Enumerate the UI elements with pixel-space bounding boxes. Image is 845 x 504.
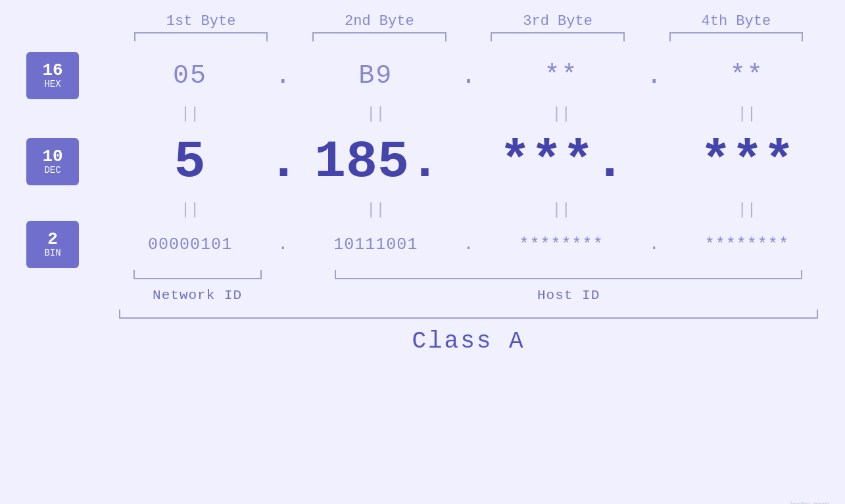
hex-base-label: HEX <box>44 79 60 90</box>
byte3-top-bracket <box>469 32 647 47</box>
bin-badge: 2 BIN <box>26 221 79 268</box>
hex-val-2: B9 <box>297 61 454 91</box>
byte1-bot-bracket <box>112 270 283 282</box>
network-id-label: Network ID <box>112 288 283 303</box>
host-id-label: Host ID <box>312 288 825 303</box>
bin-dot-3: . <box>640 235 669 254</box>
big-bracket-row <box>0 309 845 324</box>
hex-val-3: ** <box>483 61 640 91</box>
byte-1-header: 1st Byte <box>112 13 290 30</box>
hex-row: 16 HEX 05 . B9 . ** . ** <box>0 49 845 102</box>
eq-2-3: || <box>483 201 640 219</box>
top-brackets <box>0 32 845 47</box>
dec-base-label: DEC <box>44 165 60 176</box>
bin-val-1: 00000101 <box>112 235 268 254</box>
class-label-row: Class A <box>0 328 845 355</box>
class-label: Class A <box>412 328 525 355</box>
eq-1-4: || <box>669 105 825 123</box>
eq-1-3: || <box>483 105 640 123</box>
bin-val-3: ******** <box>483 235 640 254</box>
bin-dot-1: . <box>268 235 297 254</box>
dec-base-num: 10 <box>42 148 62 165</box>
bin-base-label: BIN <box>44 248 60 259</box>
byte-3-header: 3rd Byte <box>469 13 647 30</box>
dec-val-3: ***. <box>485 132 640 192</box>
byte4-top-bracket <box>647 32 825 47</box>
bin-row: 2 BIN 00000101 . 10111001 . ******** . *… <box>0 221 845 267</box>
byte-2-header: 2nd Byte <box>290 13 468 30</box>
byte-4-header: 4th Byte <box>647 13 825 30</box>
bin-val-4: ******** <box>669 235 825 254</box>
eq-1-1: || <box>112 105 268 123</box>
byte-headers: 1st Byte 2nd Byte 3rd Byte 4th Byte <box>0 13 845 30</box>
dec-row: 10 DEC 5 . 185. ***. *** <box>0 126 845 198</box>
eq-2-4: || <box>669 201 825 219</box>
page-container: 1st Byte 2nd Byte 3rd Byte 4th Byte 16 H… <box>0 13 845 504</box>
dec-val-4: *** <box>669 132 825 192</box>
hex-val-1: 05 <box>112 61 268 91</box>
byte1-top-bracket <box>112 32 290 47</box>
bin-base-num: 2 <box>47 231 58 248</box>
byte2-top-bracket <box>290 32 468 47</box>
dec-val-1: 5 <box>112 132 268 192</box>
hex-val-4: ** <box>669 61 825 91</box>
eq-2-1: || <box>112 201 268 219</box>
watermark: ipshu.com <box>790 499 829 504</box>
hex-base-num: 16 <box>42 62 62 79</box>
id-labels: Network ID Host ID <box>0 283 845 307</box>
bin-val-2: 10111001 <box>297 235 454 254</box>
bottom-brackets <box>0 270 845 282</box>
equals-row-1: || || || || <box>0 102 845 126</box>
bin-dot-2: . <box>454 235 483 254</box>
equals-row-2: || || || || <box>0 198 845 221</box>
dec-badge: 10 DEC <box>26 138 79 185</box>
hex-dot-3: . <box>640 61 669 91</box>
hex-dot-2: . <box>454 61 483 91</box>
hex-badge: 16 HEX <box>26 52 79 99</box>
big-bracket <box>112 309 825 324</box>
hex-dot-1: . <box>268 61 297 91</box>
eq-1-2: || <box>297 105 454 123</box>
dec-dot-1: . <box>268 132 299 192</box>
dec-val-2: 185. <box>299 132 455 192</box>
eq-2-2: || <box>297 201 454 219</box>
bytes234-bot-bracket <box>312 270 825 282</box>
